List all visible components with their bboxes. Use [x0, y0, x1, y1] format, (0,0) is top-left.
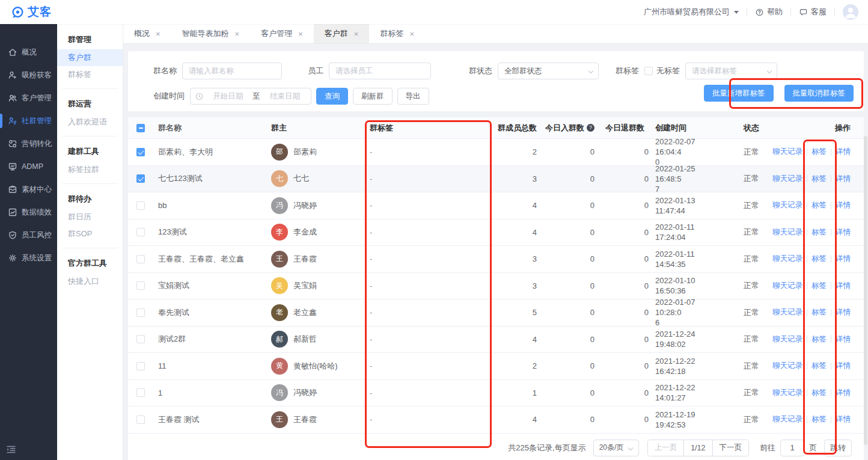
select-all-checkbox[interactable] [136, 124, 145, 132]
sidebar-item-overview[interactable]: 概况 [0, 41, 57, 64]
sidebar-item-admp[interactable]: ADMP [0, 155, 57, 178]
group-name-input[interactable] [182, 63, 282, 79]
question-tooltip-icon[interactable] [587, 124, 594, 132]
detail-link[interactable]: 详情 [836, 414, 851, 425]
date-range-picker[interactable]: 开始日期 至 结束日期 [190, 88, 311, 105]
page-size-select[interactable]: 20条/页 [593, 440, 639, 456]
chat-record-link[interactable]: 聊天记录 [772, 174, 802, 184]
collapse-sidebar-icon[interactable] [6, 444, 16, 456]
chat-record-link[interactable]: 聊天记录 [772, 254, 802, 264]
row-checkbox[interactable] [136, 388, 145, 397]
detail-link[interactable]: 详情 [836, 388, 851, 398]
submenu-item-customer-groups[interactable]: 客户群 [57, 49, 123, 66]
tag-link[interactable]: 标签 [811, 200, 827, 210]
tab-group-tags[interactable]: 群标签 [369, 24, 425, 43]
search-button[interactable]: 查询 [316, 88, 348, 105]
submenu-item-group-calendar[interactable]: 群日历 [57, 209, 123, 225]
submenu-item-group-sop[interactable]: 群SOP [57, 225, 123, 242]
batch-remove-tag-button[interactable]: 批量取消群标签 [784, 85, 854, 102]
sidebar-item-risk-control[interactable]: 员工风控 [0, 224, 57, 247]
sidebar-item-label: 营销转化 [22, 139, 52, 149]
detail-link[interactable]: 详情 [836, 227, 851, 238]
next-page-button[interactable]: 下一页 [713, 440, 749, 456]
export-button[interactable]: 导出 [397, 88, 429, 105]
row-checkbox[interactable] [136, 281, 145, 290]
detail-link[interactable]: 详情 [836, 361, 851, 371]
close-icon[interactable] [156, 30, 160, 38]
scrollbar[interactable] [864, 136, 867, 445]
row-checkbox[interactable] [136, 255, 145, 263]
owner-name: 李金成 [293, 227, 317, 238]
sidebar-item-marketing[interactable]: 营销转化 [0, 132, 57, 155]
record-summary: 共225条记录,每页显示 [508, 443, 585, 453]
sidebar-item-label: 系统设置 [22, 253, 52, 263]
refresh-groups-button[interactable]: 刷新群 [353, 88, 393, 105]
detail-link[interactable]: 详情 [836, 334, 851, 345]
chat-record-link[interactable]: 聊天记录 [772, 414, 802, 425]
detail-link[interactable]: 详情 [836, 281, 851, 291]
chat-record-link[interactable]: 聊天记录 [772, 281, 802, 291]
staff-input[interactable] [329, 63, 431, 79]
row-checkbox[interactable] [136, 201, 145, 210]
submenu-item-welcome-message[interactable]: 入群欢迎语 [57, 114, 123, 130]
submenu-item-group-tags[interactable]: 群标签 [57, 66, 123, 83]
group-tag-value: - [365, 273, 492, 299]
detail-link[interactable]: 详情 [836, 174, 851, 184]
row-checkbox[interactable] [136, 228, 145, 236]
sidebar-item-settings[interactable]: 系统设置 [0, 247, 57, 269]
chat-record-link[interactable]: 聊天记录 [772, 307, 802, 317]
row-checkbox[interactable] [136, 308, 145, 317]
tag-link[interactable]: 标签 [811, 334, 827, 345]
group-status-select[interactable]: 全部群状态 [498, 63, 599, 79]
row-checkbox[interactable] [136, 416, 145, 424]
tab-customer-management[interactable]: 客户管理 [250, 24, 314, 43]
customer-service-button[interactable]: 客服 [799, 7, 827, 17]
row-checkbox[interactable] [136, 148, 145, 156]
close-icon[interactable] [235, 30, 240, 38]
tag-link[interactable]: 标签 [811, 281, 827, 291]
no-tag-checkbox[interactable] [644, 67, 653, 75]
sidebar-item-performance[interactable]: 数据绩效 [0, 201, 57, 224]
sidebar-item-acquisition[interactable]: 吸粉获客 [0, 64, 57, 87]
batch-add-tag-button[interactable]: 批量新增群标签 [704, 85, 774, 102]
tag-link[interactable]: 标签 [811, 227, 827, 238]
tag-link[interactable]: 标签 [811, 307, 827, 317]
close-icon[interactable] [409, 30, 414, 38]
tag-link[interactable]: 标签 [811, 174, 827, 184]
submenu-item-tag-group-building[interactable]: 标签拉群 [57, 161, 123, 178]
tab-customer-groups[interactable]: 客户群 [314, 24, 370, 43]
submenu-item-quick-entry[interactable]: 快捷入口 [57, 273, 123, 290]
row-checkbox[interactable] [136, 174, 145, 183]
tag-link[interactable]: 标签 [811, 361, 827, 371]
sidebar-item-customers[interactable]: 客户管理 [0, 87, 57, 109]
tab-overview[interactable]: 概况 [123, 24, 171, 43]
company-switcher[interactable]: 广州市喵鲜贸易有限公司 [644, 7, 739, 17]
row-checkbox[interactable] [136, 335, 145, 343]
jump-button[interactable]: 跳转 [824, 440, 852, 456]
prev-page-button[interactable]: 上一页 [648, 440, 684, 456]
close-icon[interactable] [354, 30, 359, 38]
chat-record-link[interactable]: 聊天记录 [772, 227, 802, 238]
chat-record-link[interactable]: 聊天记录 [772, 388, 802, 398]
goto-page-input[interactable] [780, 440, 804, 456]
group-tag-select[interactable]: 请选择群标签 [685, 63, 777, 79]
detail-link[interactable]: 详情 [836, 147, 851, 157]
tag-link[interactable]: 标签 [811, 388, 827, 398]
chat-record-link[interactable]: 聊天记录 [772, 334, 802, 345]
chat-record-link[interactable]: 聊天记录 [772, 361, 802, 371]
tag-link[interactable]: 标签 [811, 414, 827, 425]
user-avatar[interactable] [843, 4, 858, 20]
chat-record-link[interactable]: 聊天记录 [772, 147, 802, 157]
detail-link[interactable]: 详情 [836, 200, 851, 210]
tag-link[interactable]: 标签 [811, 254, 827, 264]
sidebar-item-materials[interactable]: 素材中心 [0, 178, 57, 201]
close-icon[interactable] [298, 30, 303, 38]
sidebar-item-community[interactable]: 社群管理 [0, 109, 57, 132]
detail-link[interactable]: 详情 [836, 307, 851, 317]
tab-smart-import[interactable]: 智能导表加粉 [171, 24, 251, 43]
help-button[interactable]: 帮助 [755, 7, 783, 17]
tag-link[interactable]: 标签 [811, 147, 827, 157]
detail-link[interactable]: 详情 [836, 254, 851, 264]
row-checkbox[interactable] [136, 362, 145, 370]
chat-record-link[interactable]: 聊天记录 [772, 200, 802, 210]
